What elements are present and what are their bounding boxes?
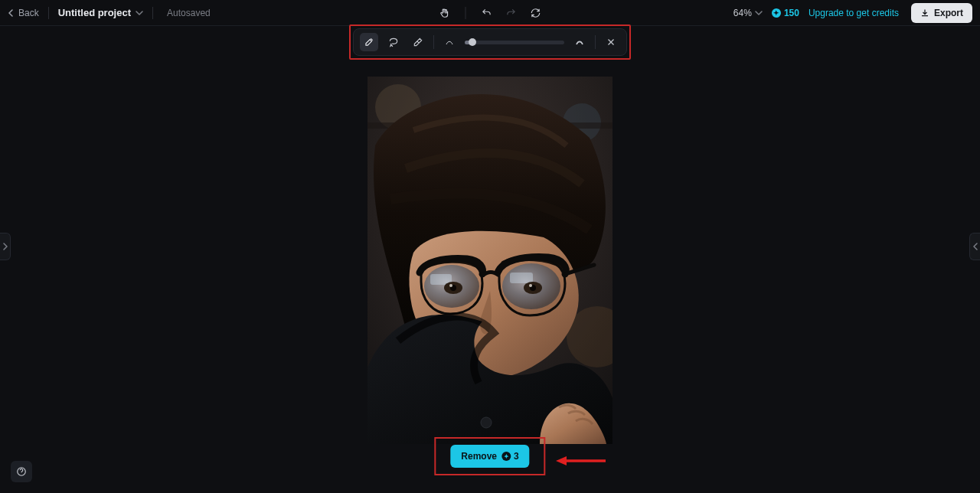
- credits-value: 150: [784, 8, 799, 18]
- svg-marker-17: [556, 456, 567, 465]
- back-button[interactable]: Back: [8, 8, 39, 18]
- remove-highlight-box: Remove ✦ 3: [434, 437, 545, 475]
- close-toolbar-button[interactable]: [602, 33, 620, 51]
- header-left: Back Untitled project Autosaved: [8, 7, 211, 19]
- slider-thumb[interactable]: [469, 38, 476, 46]
- lasso-tool-button[interactable]: [384, 33, 403, 51]
- lasso-icon: [388, 37, 399, 47]
- close-icon: [606, 38, 616, 47]
- download-icon: [920, 8, 929, 18]
- chevron-right-icon: [2, 243, 8, 250]
- header-bar: Back Untitled project Autosaved 64% ✦: [0, 0, 980, 26]
- upgrade-link[interactable]: Upgrade to get credits: [808, 8, 899, 18]
- hand-tool-button[interactable]: [436, 5, 453, 21]
- project-dropdown[interactable]: [136, 9, 143, 17]
- brush-size-small-icon: [440, 33, 459, 51]
- divider: [466, 7, 466, 19]
- chevron-down-icon: [755, 9, 763, 17]
- export-button[interactable]: Export: [911, 3, 972, 23]
- brush-toolbar: [353, 28, 627, 56]
- credit-coin-icon: ✦: [772, 8, 781, 18]
- help-icon: [16, 466, 27, 477]
- chevron-down-icon: [136, 9, 143, 17]
- back-label: Back: [18, 8, 39, 18]
- zoom-value: 64%: [733, 8, 752, 18]
- canvas-image[interactable]: [368, 77, 612, 444]
- export-label: Export: [934, 8, 963, 18]
- divider: [48, 7, 49, 19]
- hand-icon: [439, 8, 450, 18]
- right-panel-toggle[interactable]: [969, 233, 980, 260]
- remove-button[interactable]: Remove ✦ 3: [450, 445, 529, 468]
- brush-size-large-icon: [570, 33, 589, 51]
- divider: [433, 35, 434, 49]
- header-right: 64% ✦ 150 Upgrade to get credits Export: [733, 3, 972, 23]
- stroke-thick-icon: [575, 38, 584, 47]
- chevron-left-icon: [972, 243, 978, 250]
- brush-icon: [364, 37, 374, 47]
- stroke-thin-icon: [445, 38, 454, 47]
- credits-display[interactable]: ✦ 150: [772, 8, 799, 18]
- zoom-control[interactable]: 64%: [733, 8, 763, 18]
- eraser-tool-button[interactable]: [409, 33, 427, 51]
- redo-icon: [506, 8, 517, 18]
- redo-button[interactable]: [503, 5, 520, 21]
- remove-label: Remove: [461, 451, 497, 462]
- brush-size-slider[interactable]: [465, 41, 564, 44]
- remove-cost: 3: [514, 451, 519, 462]
- toolbar-highlight-box: [349, 24, 631, 60]
- brush-tool-button[interactable]: [360, 33, 378, 51]
- reset-button[interactable]: [528, 5, 544, 21]
- help-button[interactable]: [11, 461, 32, 482]
- undo-button[interactable]: [479, 5, 495, 21]
- refresh-icon: [531, 8, 541, 18]
- portrait-image: [368, 77, 612, 444]
- svg-point-14: [529, 284, 532, 287]
- header-center: [436, 5, 544, 21]
- project-name[interactable]: Untitled project: [58, 7, 131, 18]
- credit-coin-icon: ✦: [501, 452, 511, 461]
- divider: [595, 35, 596, 49]
- divider: [152, 7, 153, 19]
- eraser-icon: [413, 37, 423, 47]
- chevron-left-icon: [8, 9, 15, 17]
- annotation-arrow: [556, 455, 606, 467]
- left-panel-toggle[interactable]: [0, 233, 11, 260]
- undo-icon: [482, 8, 492, 18]
- svg-point-11: [449, 284, 452, 287]
- autosaved-status: Autosaved: [167, 8, 211, 18]
- svg-rect-8: [510, 273, 533, 283]
- svg-point-15: [481, 417, 492, 428]
